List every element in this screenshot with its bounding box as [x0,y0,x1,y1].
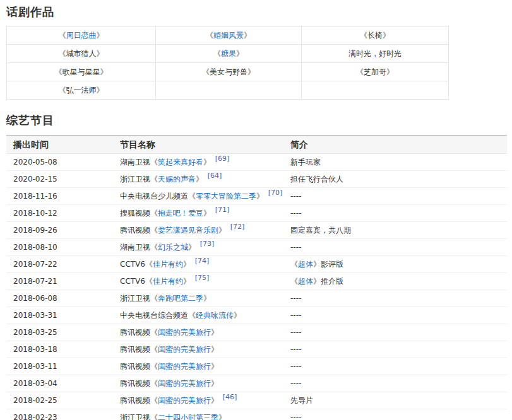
variety-table-row: 2018-06-08浙江卫视《奔跑吧第二季》---- [6,290,507,307]
reference-link[interactable]: [72] [229,223,245,231]
broadcast-date-cell: 2018-10-12 [6,205,113,222]
entry-link[interactable]: 天赐的声音 [158,175,196,184]
entry-link[interactable]: 二十四小时第三季 [158,413,218,420]
entry-link[interactable]: 经典咏流传 [196,311,234,320]
entry-link[interactable]: 婚姻风景 [213,31,244,40]
intro-cell: ---- [283,358,507,375]
text-segment: 《城市猎人》 [59,49,104,58]
variety-header-row: 播出时间 节目名称 简介 [6,136,507,154]
text-segment: 腾讯视频《 [120,328,158,337]
variety-table-row: 2018-11-16中央电视台少儿频道《零零大冒险第二季》 [70]---- [6,188,507,205]
reference-link[interactable]: [75] [193,274,210,282]
text-segment: ---- [290,345,301,354]
baike-article-content: 话剧作品 《周日恋曲》《婚姻风景》《长椅》《城市猎人》《糖果》满时光，好时光《歌… [0,0,512,420]
text-segment: 腾讯视频《 [120,362,158,371]
text-segment: 浙江卫视《 [120,294,158,303]
intro-cell: 《超体》影评版 [283,256,507,273]
text-segment: 》 [203,294,211,303]
text-segment: 》 [244,31,251,40]
show-name-cell: 湖南卫视《幻乐之城》 [73] [113,239,283,256]
broadcast-date-cell: 2018-03-31 [6,307,113,324]
entry-link[interactable]: 糖果 [221,49,236,58]
show-name-cell: CCTV6《佳片有约》 [75] [113,273,283,290]
entry-link[interactable]: 闺蜜的完美旅行 [158,379,211,388]
text-segment: 》 [183,260,193,269]
show-name-cell: 浙江卫视《奔跑吧第二季》 [113,290,283,307]
intro-cell: 《超体》推介版 [283,273,507,290]
variety-table-row: 2018-03-04腾讯视频《闺蜜的完美旅行》---- [6,375,507,392]
entry-link[interactable]: 超体 [298,260,313,269]
text-segment: ---- [290,379,301,388]
intro-cell: ---- [283,239,507,256]
entry-link[interactable]: 佳片有约 [153,260,183,269]
entry-link[interactable]: 零零大冒险第二季 [196,192,256,201]
text-segment: 《 [290,277,298,286]
reference-link[interactable]: [69] [213,155,230,163]
text-segment: 《 [290,260,298,269]
text-segment: 担任飞行合伙人 [290,175,343,184]
text-segment: 》 [218,413,226,420]
entry-link[interactable]: 抱走吧！爱豆 [158,209,203,218]
text-segment: 腾讯视频《 [120,345,158,354]
drama-work-cell: 《芝加哥》 [302,63,449,81]
broadcast-date-cell: 2018-11-16 [6,188,113,205]
col-header-intro: 简介 [283,136,507,154]
entry-link[interactable]: 超体 [298,277,313,286]
text-segment: 《 [59,31,66,40]
reference-link[interactable]: [74] [193,257,210,265]
broadcast-date-cell: 2018-03-11 [6,358,113,375]
text-segment: 》 [211,362,218,371]
text-segment: ---- [290,192,301,201]
entry-link[interactable]: 闺蜜的完美旅行 [158,362,211,371]
show-name-cell: 中央电视台少儿频道《零零大冒险第二季》 [70] [113,188,283,205]
reference-link[interactable]: [71] [213,206,230,214]
drama-work-cell: 《歌星与星星》 [7,63,156,81]
entry-link[interactable]: 周日恋曲 [66,31,97,40]
show-name-cell: 腾讯视频《闺蜜的完美旅行》 [113,375,283,392]
reference-link[interactable]: [73] [198,240,215,248]
entry-link[interactable]: 闺蜜的完美旅行 [158,396,211,405]
show-name-cell: 搜狐视频《抱走吧！爱豆》 [71] [113,205,283,222]
show-name-cell: 浙江卫视《天赐的声音》 [64] [113,171,283,188]
text-segment: 浙江卫视《 [120,175,158,184]
text-segment: 腾讯视频《 [120,396,158,405]
text-segment: 》 [236,49,244,58]
drama-table-row: 《歌星与星星》《美女与野兽》《芝加哥》 [7,63,449,81]
entry-link[interactable]: 闺蜜的完美旅行 [158,328,211,337]
broadcast-date-cell: 2018-07-22 [6,256,113,273]
entry-link[interactable]: 笑起来真好看 [158,158,203,166]
entry-link[interactable]: 奔跑吧第二季 [158,294,203,303]
intro-cell: ---- [283,205,507,222]
drama-table-row: 《城市猎人》《糖果》满时光，好时光 [7,45,449,63]
reference-link[interactable]: [70] [266,189,283,197]
intro-cell: ---- [283,188,507,205]
variety-table-row: 2018-02-23浙江卫视《二十四小时第三季》---- [6,409,507,420]
broadcast-date-cell: 2018-02-25 [6,392,113,409]
text-segment: ---- [290,328,301,337]
text-segment: 》 [183,277,193,286]
entry-link[interactable]: 闺蜜的完美旅行 [158,345,211,354]
drama-work-cell: 满时光，好时光 [302,45,449,63]
reference-link[interactable]: [64] [206,172,222,180]
broadcast-date-cell: 2018-09-26 [6,222,113,239]
show-name-cell: 中央电视台综合频道《经典咏流传》 [113,307,283,324]
intro-cell: 固定嘉宾，共八期 [283,222,507,239]
drama-work-cell [156,81,302,100]
broadcast-date-cell: 2018-02-23 [6,409,113,420]
reference-link[interactable]: [46] [221,393,237,401]
entry-link[interactable]: 佳片有约 [153,277,183,286]
variety-table-row: 2018-09-26腾讯视频《娄艺潇遇见音乐剧》 [72]固定嘉宾，共八期 [6,222,507,239]
variety-table-row: 2018-03-25腾讯视频《闺蜜的完美旅行》---- [6,324,507,341]
drama-work-cell: 《婚姻风景》 [156,26,302,45]
drama-work-cell: 《糖果》 [156,45,302,63]
intro-cell: ---- [283,290,507,307]
show-name-cell: CCTV6《佳片有约》 [74] [113,256,283,273]
intro-cell: 担任飞行合伙人 [283,171,507,188]
text-segment: 《弘一法师》 [59,86,104,95]
variety-table-row: 2018-03-11腾讯视频《闺蜜的完美旅行》---- [6,358,507,375]
drama-table-row: 《弘一法师》 [7,81,449,100]
text-segment: 》 [188,243,198,252]
show-name-cell: 腾讯视频《闺蜜的完美旅行》 [113,324,283,341]
entry-link[interactable]: 娄艺潇遇见音乐剧 [158,226,218,235]
entry-link[interactable]: 幻乐之城 [158,243,188,252]
